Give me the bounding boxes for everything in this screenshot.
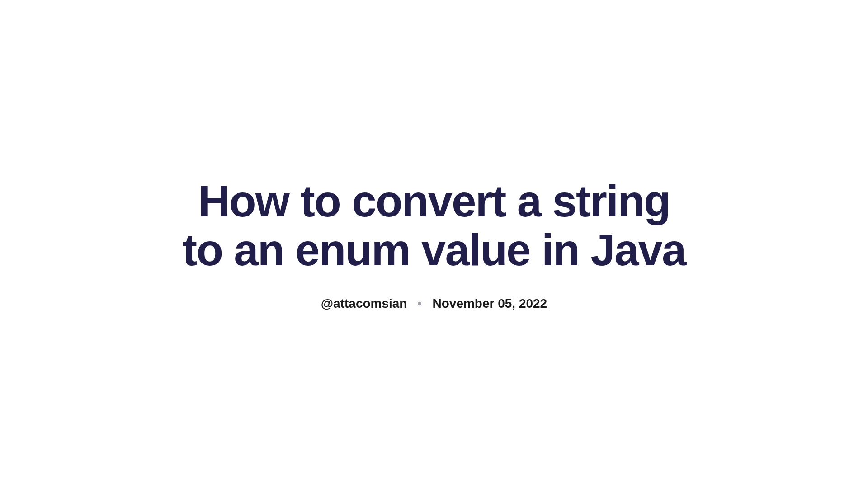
article-author[interactable]: @attacomsian bbox=[321, 296, 407, 311]
article-header: How to convert a string to an enum value… bbox=[163, 177, 705, 311]
article-date: November 05, 2022 bbox=[432, 296, 547, 311]
article-meta: @attacomsian November 05, 2022 bbox=[181, 296, 687, 311]
article-title: How to convert a string to an enum value… bbox=[181, 177, 687, 275]
meta-separator-icon bbox=[418, 302, 421, 305]
